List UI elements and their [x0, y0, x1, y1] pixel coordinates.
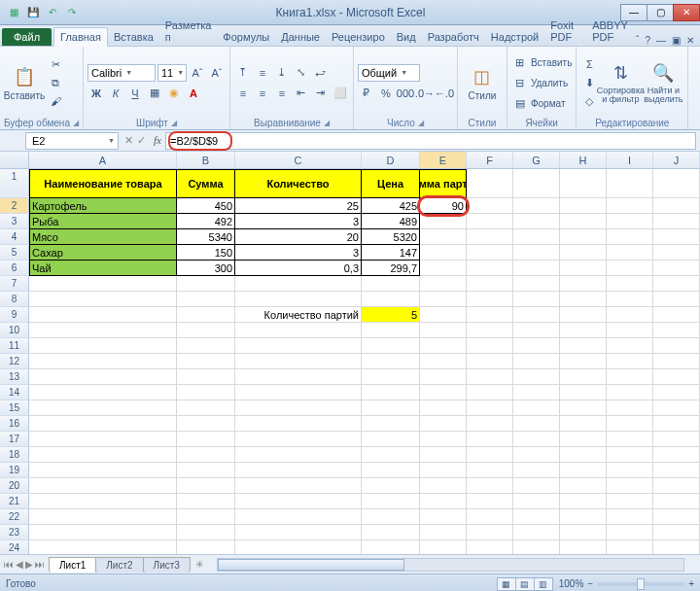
cell[interactable]: [607, 509, 653, 525]
cell[interactable]: [560, 229, 607, 245]
cell[interactable]: [29, 385, 177, 400]
save-icon[interactable]: 💾: [25, 5, 41, 20]
cell[interactable]: [362, 369, 420, 385]
font-name-combo[interactable]: Calibri▼: [88, 64, 156, 82]
cell[interactable]: [560, 323, 607, 338]
cell[interactable]: [420, 432, 467, 447]
cell[interactable]: [177, 307, 235, 323]
cell[interactable]: [420, 261, 467, 276]
zoom-level[interactable]: 100%: [559, 578, 584, 589]
cell[interactable]: Картофель: [29, 198, 177, 214]
cell[interactable]: [29, 509, 177, 525]
cell[interactable]: [653, 354, 700, 369]
cell[interactable]: [607, 369, 653, 385]
format-painter-icon[interactable]: 🖌: [47, 92, 64, 110]
cell[interactable]: [177, 432, 235, 447]
cell[interactable]: [560, 416, 607, 432]
cell[interactable]: Сумма: [177, 169, 235, 198]
cell[interactable]: [177, 354, 235, 369]
cell[interactable]: [513, 198, 560, 214]
cell[interactable]: [560, 385, 607, 400]
row-header[interactable]: 4: [0, 229, 29, 245]
cell[interactable]: 450: [177, 198, 235, 214]
zoom-in-icon[interactable]: +: [688, 578, 694, 589]
cell[interactable]: [420, 494, 467, 509]
styles-button[interactable]: ◫ Стили: [462, 49, 503, 117]
cell[interactable]: [420, 369, 467, 385]
cell[interactable]: [653, 292, 700, 307]
redo-icon[interactable]: ↷: [64, 5, 80, 20]
cell[interactable]: [29, 354, 177, 369]
cell[interactable]: [653, 447, 700, 463]
cell[interactable]: [235, 525, 362, 540]
orientation-icon[interactable]: ⤡: [293, 64, 310, 82]
row-header[interactable]: 1: [0, 169, 29, 198]
cell[interactable]: [607, 229, 653, 245]
cell[interactable]: [607, 307, 653, 323]
cell[interactable]: [420, 214, 467, 229]
row-header[interactable]: 12: [0, 354, 29, 369]
cell[interactable]: [653, 307, 700, 323]
cell[interactable]: [513, 478, 560, 494]
cell[interactable]: [420, 478, 467, 494]
cell[interactable]: [607, 338, 653, 354]
cell[interactable]: [607, 214, 653, 229]
cell[interactable]: [653, 416, 700, 432]
align-center-icon[interactable]: ≡: [254, 85, 271, 102]
cell[interactable]: [653, 323, 700, 338]
row-header[interactable]: 23: [0, 525, 29, 540]
cell[interactable]: 5340: [177, 229, 235, 245]
cell[interactable]: [467, 447, 513, 463]
cell[interactable]: 489: [362, 214, 420, 229]
cell[interactable]: [513, 540, 560, 554]
cell[interactable]: [513, 494, 560, 509]
cell[interactable]: [467, 525, 513, 540]
cell[interactable]: [513, 400, 560, 416]
column-header[interactable]: J: [653, 152, 700, 168]
cell[interactable]: [653, 338, 700, 354]
column-header[interactable]: B: [177, 152, 235, 168]
cell[interactable]: [362, 509, 420, 525]
tab-layout[interactable]: Разметка п: [159, 17, 218, 46]
cell[interactable]: [560, 540, 607, 554]
cell[interactable]: [29, 307, 177, 323]
clear-icon[interactable]: ◇: [580, 92, 598, 110]
cell[interactable]: [607, 400, 653, 416]
decrease-decimal-icon[interactable]: ←.0: [436, 85, 453, 102]
cell[interactable]: [607, 525, 653, 540]
row-header[interactable]: 3: [0, 214, 29, 229]
maximize-button[interactable]: ▢: [647, 4, 674, 21]
cell[interactable]: [513, 276, 560, 292]
cell[interactable]: [467, 245, 513, 261]
cell[interactable]: [560, 494, 607, 509]
cell[interactable]: [607, 540, 653, 554]
cell[interactable]: [653, 369, 700, 385]
align-left-icon[interactable]: ≡: [234, 85, 252, 102]
cell[interactable]: [513, 214, 560, 229]
merge-icon[interactable]: ⬜: [332, 85, 349, 102]
row-header[interactable]: 19: [0, 463, 29, 478]
cell[interactable]: 492: [177, 214, 235, 229]
cell[interactable]: Наименование товара: [29, 169, 177, 198]
cell[interactable]: 0,3: [235, 261, 362, 276]
cell[interactable]: Сахар: [29, 245, 177, 261]
close-workbook-icon[interactable]: ✕: [686, 35, 694, 46]
undo-icon[interactable]: ↶: [45, 5, 60, 20]
cell[interactable]: [177, 525, 235, 540]
row-header[interactable]: 13: [0, 369, 29, 385]
cell[interactable]: [235, 432, 362, 447]
row-header[interactable]: 6: [0, 261, 29, 276]
cell[interactable]: [560, 463, 607, 478]
cell[interactable]: [29, 463, 177, 478]
tab-view[interactable]: Вид: [391, 28, 422, 46]
grow-font-icon[interactable]: Aˆ: [189, 64, 206, 82]
cell[interactable]: [513, 447, 560, 463]
cell[interactable]: [653, 245, 700, 261]
cell[interactable]: [177, 540, 235, 554]
cell[interactable]: [420, 292, 467, 307]
row-header[interactable]: 9: [0, 307, 29, 323]
cell[interactable]: [362, 323, 420, 338]
row-header[interactable]: 24: [0, 540, 29, 554]
cell[interactable]: [177, 416, 235, 432]
cell[interactable]: [513, 463, 560, 478]
